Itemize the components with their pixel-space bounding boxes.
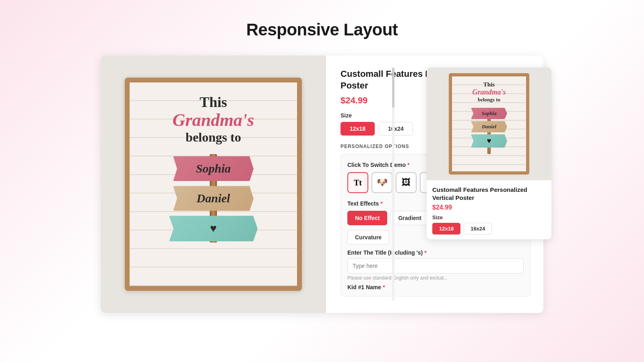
preview-poster-line3: belongs to xyxy=(478,97,500,103)
effect-button-no-effect[interactable]: No Effect xyxy=(347,211,387,225)
page-title: Responsive Layout xyxy=(246,20,398,39)
preview-size-button-16x24[interactable]: 16x24 xyxy=(464,223,492,234)
scrollbar[interactable] xyxy=(392,68,394,301)
preview-poster-line2: Grandma's xyxy=(472,88,506,97)
scrollbar-thumb[interactable] xyxy=(392,68,394,108)
preview-card-image: This Grandma's belongs to Sophia Daniel … xyxy=(427,68,551,180)
poster-line2: Grandma's xyxy=(173,111,254,130)
dog-icon: 🐶 xyxy=(377,177,388,188)
demo-icon-dog[interactable]: 🐶 xyxy=(372,172,392,193)
preview-size-buttons: 12x18 16x24 xyxy=(432,223,546,234)
preview-size-button-12x18[interactable]: 12x18 xyxy=(432,223,460,234)
preview-card: This Grandma's belongs to Sophia Daniel … xyxy=(427,68,551,239)
preview-size-label: Size xyxy=(432,214,546,220)
preview-product-price: $24.99 xyxy=(432,204,546,211)
kid-name-label: Kid #1 Name * xyxy=(347,284,524,290)
preview-poster-line1: This xyxy=(483,81,495,88)
title-input-label: Enter The Title (Including 's) * xyxy=(347,249,524,256)
poster-sign-daniel: Daniel xyxy=(173,186,254,211)
poster-frame: This Grandma's belongs to Sophia Daniel … xyxy=(125,78,302,291)
effect-button-curvature[interactable]: Curvature xyxy=(347,230,389,245)
title-hint: Please use standard English only and exc… xyxy=(347,275,524,281)
image-icon: 🖼 xyxy=(402,177,411,188)
demo-icon-image[interactable]: 🖼 xyxy=(396,172,417,193)
preview-product-title: Customall Features Personalized Vertical… xyxy=(432,186,546,202)
demo-icon-text[interactable]: Tt xyxy=(347,172,368,193)
preview-poster-frame: This Grandma's belongs to Sophia Daniel … xyxy=(449,73,529,175)
poster-line3: belongs to xyxy=(186,130,241,145)
text-format-icon: Tt xyxy=(354,178,362,187)
size-button-12x18[interactable]: 12x18 xyxy=(341,122,375,136)
preview-sign-daniel: Daniel xyxy=(471,121,507,132)
preview-card-info: Customall Features Personalized Vertical… xyxy=(427,180,551,239)
poster-sign-sophia: Sophia xyxy=(173,156,254,181)
title-input[interactable] xyxy=(347,258,524,274)
page-background: Responsive Layout This Grandma's belongs… xyxy=(0,0,644,362)
size-button-16x24[interactable]: 16x24 xyxy=(379,122,413,136)
preview-poster-content: This Grandma's belongs to xyxy=(456,81,522,105)
preview-sign-heart: ♥ xyxy=(471,134,507,148)
poster-content: This Grandma's belongs to xyxy=(138,94,289,150)
poster-line1: This xyxy=(200,94,227,111)
poster-sign-heart: ♥ xyxy=(169,216,258,241)
effect-button-gradient[interactable]: Gradient xyxy=(390,211,429,225)
preview-sign-sophia: Sophia xyxy=(471,108,507,119)
product-image-column: This Grandma's belongs to Sophia Daniel … xyxy=(101,56,326,313)
